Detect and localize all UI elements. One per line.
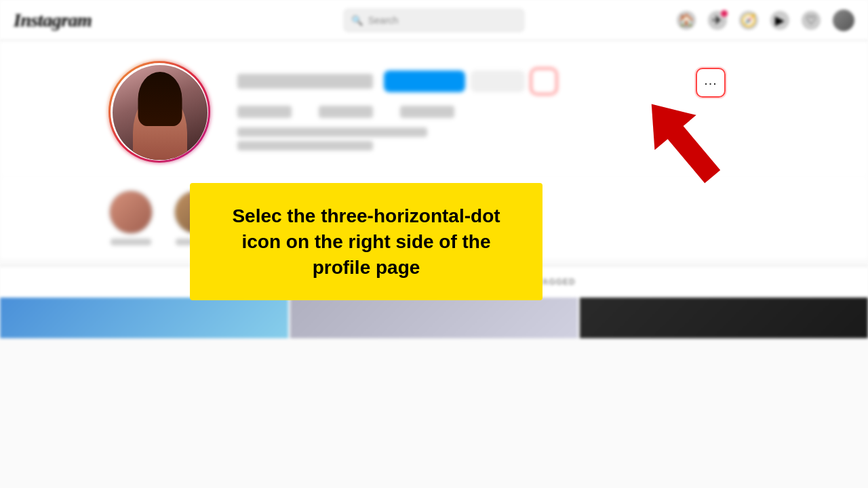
user-avatar-header[interactable] xyxy=(833,9,854,31)
profile-username xyxy=(237,74,373,89)
post-thumbnail[interactable] xyxy=(290,298,578,338)
avatar-ring-sharp xyxy=(108,61,210,163)
profile-actions xyxy=(384,68,557,95)
more-options-button[interactable] xyxy=(530,68,557,95)
reels-icon[interactable]: ▶ xyxy=(770,11,789,30)
instructional-arrow xyxy=(627,88,763,224)
compass-icon[interactable]: 🧭 xyxy=(739,11,758,30)
profile-avatar xyxy=(113,64,206,159)
three-dots-icon: ··· xyxy=(704,75,717,91)
post-thumbnail[interactable] xyxy=(580,298,868,338)
instruction-tooltip: Selec the three-horizontal-dot icon on t… xyxy=(190,183,542,300)
search-placeholder: Search xyxy=(368,15,398,26)
avatar-ring xyxy=(108,61,210,163)
messenger-icon[interactable]: ✈ xyxy=(708,11,727,30)
follow-button[interactable] xyxy=(384,70,465,92)
profile-avatar-wrapper xyxy=(108,61,210,163)
bio-line-1 xyxy=(237,127,427,137)
search-icon: 🔍 xyxy=(351,15,363,26)
instruction-text: Selec the three-horizontal-dot icon on t… xyxy=(217,203,515,280)
story-item[interactable] xyxy=(108,190,153,245)
profile-avatar-sharp xyxy=(113,65,208,160)
instagram-logo: Instagram xyxy=(14,9,92,31)
bio-line-2 xyxy=(237,141,373,150)
following-stat xyxy=(400,106,454,118)
posts-stat xyxy=(237,106,292,118)
followers-stat xyxy=(319,106,373,118)
post-thumbnail[interactable] xyxy=(0,298,288,338)
header-icons: 🏠 ✈ 🧭 ▶ ♡ xyxy=(677,9,854,31)
more-options-button[interactable]: ··· xyxy=(696,68,726,98)
story-label xyxy=(111,239,151,245)
posts-grid xyxy=(0,298,868,338)
avatar-hair-sharp xyxy=(138,72,182,126)
app-header: Instagram 🔍 Search 🏠 ✈ 🧭 ▶ ♡ xyxy=(0,0,868,41)
avatar-hair xyxy=(138,71,182,125)
heart-icon[interactable]: ♡ xyxy=(802,11,821,30)
search-bar[interactable]: 🔍 Search xyxy=(343,8,525,33)
message-button[interactable] xyxy=(471,70,525,92)
home-icon[interactable]: 🏠 xyxy=(677,11,696,30)
tab-tagged-label: TAGGED xyxy=(537,277,575,287)
